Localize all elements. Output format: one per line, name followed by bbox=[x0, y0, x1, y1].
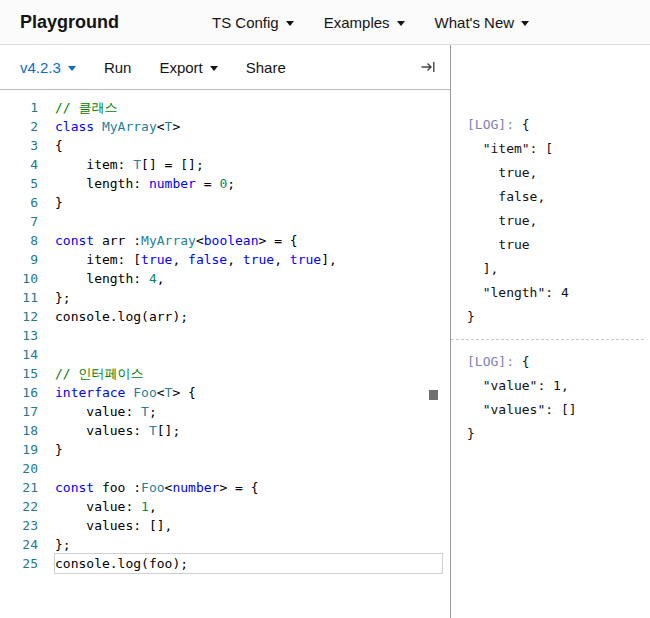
code-text bbox=[55, 212, 442, 231]
caret-down-icon bbox=[68, 66, 76, 71]
log-line: [LOG]: { bbox=[467, 113, 650, 137]
code-line[interactable]: 22 value: 1, bbox=[0, 497, 450, 516]
line-number: 6 bbox=[0, 193, 38, 212]
code-line[interactable]: 19} bbox=[0, 440, 450, 459]
code-line[interactable]: 13 bbox=[0, 326, 450, 345]
code-text: } bbox=[55, 440, 442, 459]
menu-examples-label: Examples bbox=[324, 14, 390, 31]
menu-ts-config[interactable]: TS Config bbox=[212, 14, 294, 31]
code-text: interface Foo<T> { bbox=[55, 383, 442, 402]
dock-sidebar-button[interactable] bbox=[420, 59, 436, 75]
header: Playground TS Config Examples What's New bbox=[0, 0, 650, 45]
code-line[interactable]: 20 bbox=[0, 459, 450, 478]
console-panel: [LOG]: { "item": [ true, false, true, tr… bbox=[450, 45, 650, 618]
code-line[interactable]: 10 length: 4, bbox=[0, 269, 450, 288]
line-number: 19 bbox=[0, 440, 38, 459]
line-number: 8 bbox=[0, 231, 38, 250]
code-line[interactable]: 14 bbox=[0, 345, 450, 364]
log-entry: [LOG]: { "value": 1, "values": []} bbox=[467, 350, 650, 446]
line-number: 23 bbox=[0, 516, 38, 535]
line-number: 13 bbox=[0, 326, 38, 345]
code-text: value: T; bbox=[55, 402, 442, 421]
log-line: } bbox=[467, 422, 650, 446]
code-line[interactable]: 23 values: [], bbox=[0, 516, 450, 535]
code-text: item: [true, false, true, true], bbox=[55, 250, 442, 269]
line-number: 1 bbox=[0, 98, 38, 117]
run-button[interactable]: Run bbox=[104, 59, 132, 76]
caret-down-icon bbox=[521, 21, 529, 26]
dock-right-icon bbox=[420, 59, 436, 75]
export-menu[interactable]: Export bbox=[159, 59, 217, 76]
code-editor[interactable]: 1// 클래스2class MyArray<T>3{4 item: T[] = … bbox=[0, 90, 450, 618]
code-line[interactable]: 6} bbox=[0, 193, 450, 212]
code-line[interactable]: 9 item: [true, false, true, true], bbox=[0, 250, 450, 269]
line-number: 22 bbox=[0, 497, 38, 516]
log-line: "length": 4 bbox=[467, 281, 650, 305]
log-line: } bbox=[467, 305, 650, 329]
code-line[interactable]: 2class MyArray<T> bbox=[0, 117, 450, 136]
code-text: const foo :Foo<number> = { bbox=[55, 478, 442, 497]
line-number: 7 bbox=[0, 212, 38, 231]
code-line[interactable]: 7 bbox=[0, 212, 450, 231]
share-label: Share bbox=[246, 59, 286, 76]
log-line: "item": [ bbox=[467, 137, 650, 161]
code-line[interactable]: 24}; bbox=[0, 535, 450, 554]
code-line[interactable]: 21const foo :Foo<number> = { bbox=[0, 478, 450, 497]
caret-down-icon bbox=[210, 66, 218, 71]
code-text: // 클래스 bbox=[55, 98, 442, 117]
line-number: 4 bbox=[0, 155, 38, 174]
code-text: length: 4, bbox=[55, 269, 442, 288]
line-number: 2 bbox=[0, 117, 38, 136]
code-line[interactable]: 1// 클래스 bbox=[0, 98, 450, 117]
code-text: console.log(arr); bbox=[55, 307, 442, 326]
code-text: length: number = 0; bbox=[55, 174, 442, 193]
code-text: } bbox=[55, 193, 442, 212]
code-line[interactable]: 4 item: T[] = []; bbox=[0, 155, 450, 174]
page-title: Playground bbox=[20, 12, 119, 33]
code-text: const arr :MyArray<boolean> = { bbox=[55, 231, 442, 250]
code-line[interactable]: 17 value: T; bbox=[0, 402, 450, 421]
version-selector[interactable]: v4.2.3 bbox=[20, 59, 76, 76]
caret-down-icon bbox=[286, 21, 294, 26]
code-text bbox=[55, 459, 442, 478]
log-line: [LOG]: { bbox=[467, 350, 650, 374]
code-text bbox=[55, 345, 442, 364]
code-text: }; bbox=[55, 288, 442, 307]
line-number: 21 bbox=[0, 478, 38, 497]
caret-down-icon bbox=[397, 21, 405, 26]
version-label: v4.2.3 bbox=[20, 59, 61, 76]
code-line[interactable]: 8const arr :MyArray<boolean> = { bbox=[0, 231, 450, 250]
code-line[interactable]: 5 length: number = 0; bbox=[0, 174, 450, 193]
toolbar: v4.2.3 Run Export Share bbox=[0, 45, 450, 90]
code-text bbox=[55, 326, 442, 345]
code-line[interactable]: 3{ bbox=[0, 136, 450, 155]
code-line[interactable]: 16interface Foo<T> { bbox=[0, 383, 450, 402]
log-separator bbox=[451, 339, 644, 340]
menu-whats-new[interactable]: What's New bbox=[435, 14, 530, 31]
code-line[interactable]: 15// 인터페이스 bbox=[0, 364, 450, 383]
code-text: { bbox=[55, 136, 442, 155]
run-label: Run bbox=[104, 59, 132, 76]
line-number: 16 bbox=[0, 383, 38, 402]
top-menu: TS Config Examples What's New bbox=[212, 14, 529, 31]
log-line: "value": 1, bbox=[467, 374, 650, 398]
share-button[interactable]: Share bbox=[246, 59, 286, 76]
line-number: 17 bbox=[0, 402, 38, 421]
export-label: Export bbox=[159, 59, 202, 76]
line-number: 18 bbox=[0, 421, 38, 440]
code-line[interactable]: 25console.log(foo); bbox=[0, 554, 450, 573]
line-number: 11 bbox=[0, 288, 38, 307]
log-line: false, bbox=[467, 185, 650, 209]
code-line[interactable]: 18 values: T[]; bbox=[0, 421, 450, 440]
line-number: 20 bbox=[0, 459, 38, 478]
log-line: true, bbox=[467, 161, 650, 185]
code-text: values: [], bbox=[55, 516, 442, 535]
log-entry: [LOG]: { "item": [ true, false, true, tr… bbox=[467, 113, 650, 329]
line-number: 10 bbox=[0, 269, 38, 288]
editor-pane: v4.2.3 Run Export Share 1// 클래스2class My… bbox=[0, 45, 450, 618]
log-line: "values": [] bbox=[467, 398, 650, 422]
menu-examples[interactable]: Examples bbox=[324, 14, 405, 31]
code-text: item: T[] = []; bbox=[55, 155, 442, 174]
code-line[interactable]: 12console.log(arr); bbox=[0, 307, 450, 326]
code-line[interactable]: 11}; bbox=[0, 288, 450, 307]
